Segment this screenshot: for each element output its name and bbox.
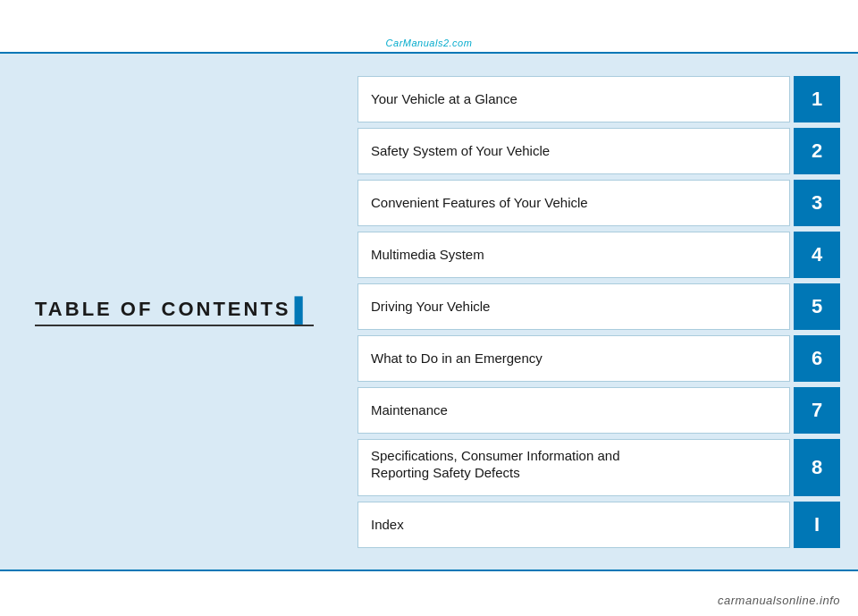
- toc-item-4-label[interactable]: Multimedia System: [358, 232, 790, 278]
- toc-title: TABLE OF CONTENTS ▌: [35, 298, 314, 321]
- toc-row-6[interactable]: What to Do in an Emergency 6: [358, 335, 840, 382]
- toc-row-7[interactable]: Maintenance 7: [358, 387, 840, 434]
- toc-item-1-label[interactable]: Your Vehicle at a Glance: [358, 76, 790, 122]
- toc-item-8-line2: Reporting Safety Defects: [371, 464, 520, 482]
- page-wrapper: CarManuals2.com TABLE OF CONTENTS ▌ Your…: [0, 0, 858, 616]
- toc-item-3-label[interactable]: Convenient Features of Your Vehicle: [358, 180, 790, 226]
- toc-item-index-label[interactable]: Index: [358, 502, 790, 548]
- toc-item-1-number[interactable]: 1: [794, 76, 840, 122]
- toc-row-3[interactable]: Convenient Features of Your Vehicle 3: [358, 180, 840, 226]
- toc-item-8-label[interactable]: Specifications, Consumer Information and…: [358, 439, 790, 496]
- toc-item-7-label[interactable]: Maintenance: [358, 387, 790, 434]
- bottom-logo: carmanualsonline.info: [718, 594, 840, 607]
- toc-item-6-label[interactable]: What to Do in an Emergency: [358, 335, 790, 382]
- toc-row-5[interactable]: Driving Your Vehicle 5: [358, 283, 840, 330]
- toc-item-3-number[interactable]: 3: [794, 180, 840, 226]
- watermark: CarManuals2.com: [386, 38, 473, 48]
- toc-item-2-number[interactable]: 2: [794, 128, 840, 174]
- bottom-divider: [0, 570, 858, 571]
- toc-item-5-number[interactable]: 5: [794, 283, 840, 330]
- left-panel: TABLE OF CONTENTS ▌: [0, 54, 349, 570]
- toc-item-6-number[interactable]: 6: [794, 335, 840, 382]
- toc-row-1[interactable]: Your Vehicle at a Glance 1: [358, 76, 840, 122]
- toc-row-index[interactable]: Index I: [358, 502, 840, 548]
- toc-item-8-number[interactable]: 8: [794, 439, 840, 496]
- toc-item-4-number[interactable]: 4: [794, 232, 840, 278]
- toc-row-2[interactable]: Safety System of Your Vehicle 2: [358, 128, 840, 174]
- toc-item-5-label[interactable]: Driving Your Vehicle: [358, 283, 790, 330]
- toc-row-8[interactable]: Specifications, Consumer Information and…: [358, 439, 840, 496]
- toc-row-4[interactable]: Multimedia System 4: [358, 232, 840, 278]
- toc-item-8-line1: Specifications, Consumer Information and: [371, 447, 619, 465]
- toc-item-index-number[interactable]: I: [794, 502, 840, 548]
- toc-marker: ▌: [295, 298, 314, 321]
- toc-item-7-number[interactable]: 7: [794, 387, 840, 434]
- right-panel: Your Vehicle at a Glance 1 Safety System…: [349, 54, 858, 570]
- toc-item-2-label[interactable]: Safety System of Your Vehicle: [358, 128, 790, 174]
- toc-underline: [35, 325, 314, 326]
